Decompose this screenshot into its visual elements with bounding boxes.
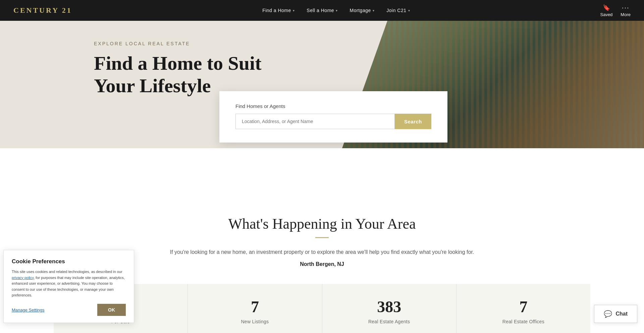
hero-section: Explore Local Real Estate Find a Home to… xyxy=(0,21,644,148)
cookie-text: This site uses cookies and related techn… xyxy=(12,269,126,298)
chevron-down-icon: ▾ xyxy=(408,9,410,12)
search-input[interactable] xyxy=(235,114,395,129)
hero-title: Find a Home to Suit Your Lifestyle xyxy=(94,52,262,97)
stats-bar: 8 For Sale 7 New Listings 383 Real Estat… xyxy=(54,284,590,333)
logo[interactable]: CENTURY 21 xyxy=(13,6,72,15)
stat-label-agents: Real Estate Agents xyxy=(368,319,410,324)
stat-number-agents: 383 xyxy=(329,297,449,316)
cookie-actions: Manage Settings OK xyxy=(12,304,126,316)
privacy-policy-link[interactable]: privacy policy xyxy=(12,276,34,280)
stat-number-offices: 7 xyxy=(463,297,584,316)
nav-join-c21[interactable]: Join C21 ▾ xyxy=(386,8,410,13)
bookmark-icon: 🔖 xyxy=(603,4,610,11)
manage-settings-link[interactable]: Manage Settings xyxy=(12,308,45,313)
more-dots-icon: ··· xyxy=(622,4,630,11)
saved-button[interactable]: 🔖 Saved xyxy=(600,4,612,17)
stat-agents: 383 Real Estate Agents xyxy=(322,284,457,333)
navbar: CENTURY 21 Find a Home ▾ Sell a Home ▾ M… xyxy=(0,0,644,21)
chat-icon: 💬 xyxy=(604,310,612,318)
nav-find-a-home[interactable]: Find a Home ▾ xyxy=(262,8,294,13)
chevron-down-icon: ▾ xyxy=(336,9,338,12)
cookie-banner: Cookie Preferences This site uses cookie… xyxy=(3,250,134,323)
hero-content: Explore Local Real Estate Find a Home to… xyxy=(94,41,262,97)
nav-links: Find a Home ▾ Sell a Home ▾ Mortgage ▾ J… xyxy=(262,8,410,13)
nav-mortgage[interactable]: Mortgage ▾ xyxy=(350,8,375,13)
stat-offices: 7 Real Estate Offices xyxy=(457,284,590,333)
search-box: Find Homes or Agents Search xyxy=(219,91,447,143)
stat-new-listings: 7 New Listings xyxy=(188,284,322,333)
whats-happening-title: What's Happening in Your Area xyxy=(0,215,644,232)
hero-subtitle: Explore Local Real Estate xyxy=(94,41,262,46)
chat-button[interactable]: 💬 Chat xyxy=(594,305,637,323)
cookie-title: Cookie Preferences xyxy=(12,258,126,265)
more-button[interactable]: ··· More xyxy=(621,4,631,17)
chat-label: Chat xyxy=(615,311,628,317)
search-button[interactable]: Search xyxy=(395,114,431,129)
stat-number-new-listings: 7 xyxy=(195,297,315,316)
cookie-ok-button[interactable]: OK xyxy=(97,304,126,316)
chevron-down-icon: ▾ xyxy=(293,9,295,12)
search-row: Search xyxy=(235,114,431,129)
nav-sell-a-home[interactable]: Sell a Home ▾ xyxy=(307,8,337,13)
stat-label-offices: Real Estate Offices xyxy=(502,319,544,324)
stat-label-new-listings: New Listings xyxy=(241,319,269,324)
navbar-right: 🔖 Saved ··· More xyxy=(600,4,631,17)
section-divider xyxy=(315,237,329,238)
chevron-down-icon: ▾ xyxy=(373,9,375,12)
search-label: Find Homes or Agents xyxy=(235,103,431,109)
